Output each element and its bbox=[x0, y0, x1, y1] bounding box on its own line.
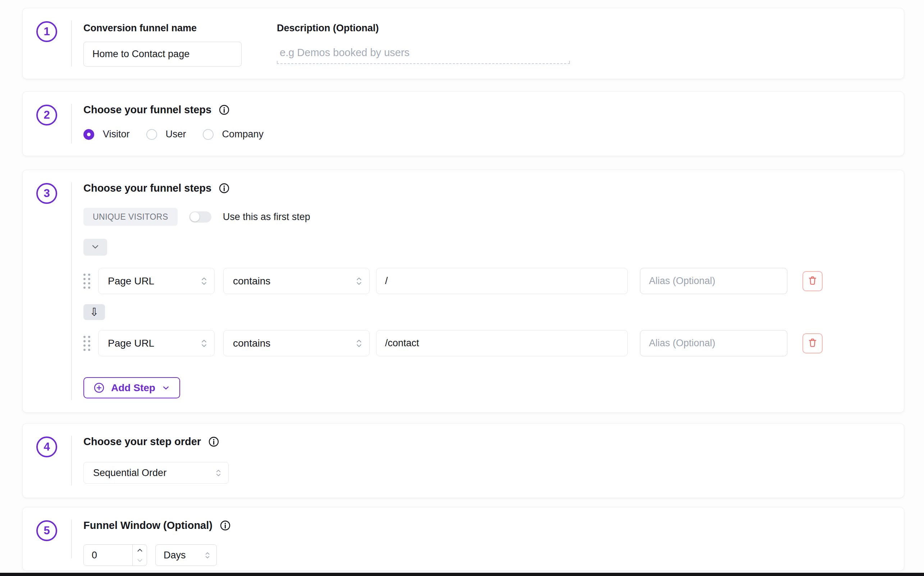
step-value-input[interactable] bbox=[376, 268, 628, 294]
step-number-column: 5 bbox=[22, 520, 71, 558]
field-select[interactable]: Page URL bbox=[98, 268, 215, 294]
funnel-name-label: Conversion funnel name bbox=[83, 22, 241, 34]
double-caret-icon bbox=[356, 276, 362, 286]
entity-radio-group: Visitor User Company bbox=[83, 129, 889, 140]
funnel-step-row-2: Page URL contains bbox=[83, 330, 889, 356]
step-5-number: 5 bbox=[36, 520, 57, 541]
unique-visitors-badge: UNIQUE VISITORS bbox=[83, 208, 177, 226]
funnel-step-row-1: Page URL contains bbox=[83, 268, 889, 294]
alias-input[interactable] bbox=[640, 268, 787, 294]
trash-icon bbox=[807, 275, 818, 287]
funnel-window-number-field bbox=[83, 544, 147, 566]
drag-handle-icon[interactable] bbox=[83, 336, 90, 351]
operator-select[interactable]: contains bbox=[223, 268, 369, 294]
add-step-button[interactable]: Add Step bbox=[83, 377, 180, 398]
funnel-builder-form: 1 Conversion funnel name Description (Op… bbox=[22, 0, 904, 571]
funnel-steps-title: Choose your funnel steps bbox=[83, 182, 211, 194]
alias-input[interactable] bbox=[640, 330, 787, 356]
plus-circle-icon bbox=[93, 382, 105, 394]
card-entity-type: 2 Choose your funnel steps Visitor User bbox=[22, 91, 904, 156]
delete-step-button[interactable] bbox=[803, 333, 823, 354]
stepper-up-button[interactable] bbox=[133, 545, 147, 555]
info-icon[interactable] bbox=[219, 104, 230, 115]
radio-visitor-label: Visitor bbox=[103, 129, 130, 140]
funnel-name-group: Conversion funnel name bbox=[83, 22, 241, 67]
step-order-title: Choose your step order bbox=[83, 436, 201, 448]
info-icon[interactable] bbox=[220, 520, 231, 531]
field-select[interactable]: Page URL bbox=[98, 330, 215, 356]
step-order-select[interactable]: Sequential Order bbox=[83, 462, 229, 483]
drag-handle-icon[interactable] bbox=[83, 274, 90, 289]
double-caret-icon bbox=[201, 338, 207, 349]
double-caret-icon bbox=[201, 276, 207, 286]
radio-visitor-control[interactable] bbox=[83, 129, 94, 140]
description-group: Description (Optional) bbox=[277, 22, 570, 67]
funnel-name-input[interactable] bbox=[83, 42, 241, 67]
info-icon[interactable] bbox=[219, 182, 230, 194]
step-3-number: 3 bbox=[36, 183, 57, 204]
description-field bbox=[277, 42, 570, 64]
field-select-value: Page URL bbox=[108, 275, 154, 287]
field-select-value: Page URL bbox=[108, 338, 154, 349]
step-4-number: 4 bbox=[36, 437, 57, 458]
toggle-knob bbox=[190, 212, 200, 221]
radio-visitor[interactable]: Visitor bbox=[83, 129, 130, 140]
entity-type-title: Choose your funnel steps bbox=[83, 104, 211, 116]
card-funnel-name: 1 Conversion funnel name Description (Op… bbox=[22, 8, 904, 79]
operator-select[interactable]: contains bbox=[223, 330, 369, 356]
trash-icon bbox=[807, 337, 818, 349]
radio-user[interactable]: User bbox=[146, 129, 186, 140]
collapse-step-button[interactable] bbox=[83, 239, 107, 256]
window-bottom-edge bbox=[0, 573, 924, 576]
window-unit-select[interactable]: Days bbox=[155, 544, 217, 566]
first-step-toggle-label: Use this as first step bbox=[223, 211, 310, 222]
chevron-down-icon bbox=[162, 384, 170, 392]
first-step-toggle[interactable] bbox=[189, 211, 211, 222]
card-funnel-steps: 3 Choose your funnel steps UNIQUE VISITO… bbox=[22, 170, 904, 413]
radio-company-label: Company bbox=[222, 129, 264, 140]
step-number-column: 3 bbox=[22, 182, 71, 400]
insert-step-between-button[interactable]: ⇩ bbox=[83, 304, 105, 320]
step-order-select-value: Sequential Order bbox=[93, 467, 166, 478]
radio-user-control[interactable] bbox=[146, 129, 157, 140]
step-number-column: 1 bbox=[22, 21, 71, 67]
radio-company-control[interactable] bbox=[203, 129, 214, 140]
card-funnel-window: 5 Funnel Window (Optional) bbox=[22, 507, 904, 571]
double-caret-icon bbox=[216, 469, 221, 477]
radio-user-label: User bbox=[166, 129, 186, 140]
operator-select-value: contains bbox=[233, 338, 270, 349]
funnel-window-title: Funnel Window (Optional) bbox=[83, 520, 213, 531]
radio-company[interactable]: Company bbox=[203, 129, 264, 140]
funnel-window-input[interactable] bbox=[84, 545, 132, 566]
step-value-input[interactable] bbox=[376, 330, 628, 356]
step-2-number: 2 bbox=[36, 105, 57, 125]
description-label: Description (Optional) bbox=[277, 22, 570, 34]
double-caret-icon bbox=[356, 338, 362, 349]
down-arrow-icon: ⇩ bbox=[90, 307, 99, 317]
double-caret-icon bbox=[205, 551, 210, 560]
stepper-down-button[interactable] bbox=[133, 555, 147, 566]
info-icon[interactable] bbox=[208, 436, 219, 447]
operator-select-value: contains bbox=[233, 275, 270, 287]
window-unit-value: Days bbox=[164, 550, 186, 561]
number-stepper bbox=[132, 545, 147, 566]
add-step-label: Add Step bbox=[111, 382, 155, 394]
step-number-column: 2 bbox=[22, 104, 71, 144]
delete-step-button[interactable] bbox=[803, 271, 823, 291]
step-number-column: 4 bbox=[22, 436, 71, 485]
step-1-number: 1 bbox=[36, 21, 57, 42]
description-input[interactable] bbox=[277, 42, 570, 64]
card-step-order: 4 Choose your step order Sequential Orde… bbox=[22, 423, 904, 498]
chevron-down-icon bbox=[91, 242, 99, 252]
